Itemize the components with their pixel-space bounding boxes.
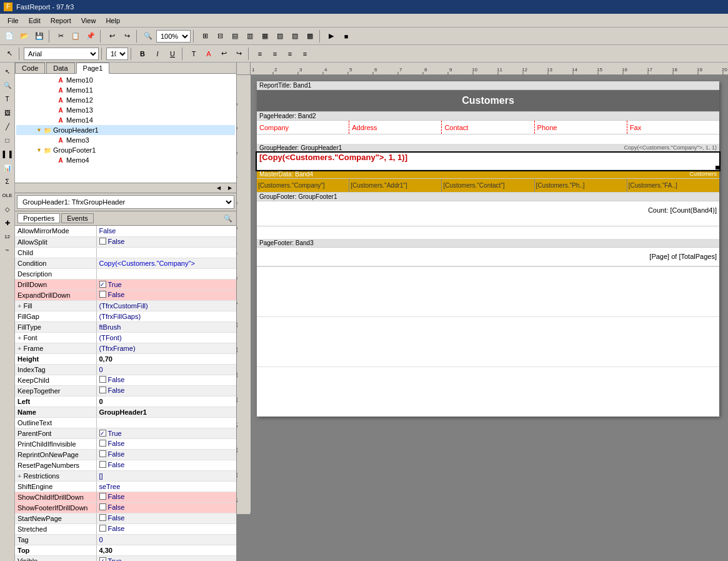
prop-value[interactable]: False xyxy=(96,502,236,513)
btn-redo2[interactable]: ↪ xyxy=(232,47,246,61)
btn-align3[interactable]: ▦ xyxy=(258,29,272,43)
tab-data[interactable]: Data xyxy=(46,63,74,73)
menu-file[interactable]: File xyxy=(2,16,24,26)
tree-item-memo13[interactable]: A Memo13 xyxy=(16,105,235,115)
prop-value[interactable]: False xyxy=(96,290,236,300)
btn-copy[interactable]: 📋 xyxy=(69,29,82,43)
btn-align2[interactable]: ▥ xyxy=(243,29,257,43)
prop-value[interactable]: False xyxy=(96,385,236,396)
font-size-combo[interactable]: 10 xyxy=(106,48,128,60)
btn-color[interactable]: A xyxy=(202,47,216,61)
tree-scroll-right[interactable]: ▶ xyxy=(225,184,235,193)
btn-grid2[interactable]: ⊟ xyxy=(213,29,227,43)
menu-help[interactable]: Help xyxy=(101,16,125,26)
btn-align1[interactable]: ▤ xyxy=(228,29,242,43)
menu-edit[interactable]: Edit xyxy=(24,16,46,26)
tree-item-memo14[interactable]: A Memo14 xyxy=(16,115,235,125)
zoom-combo[interactable]: 100% xyxy=(156,30,191,43)
btn-grid[interactable]: ⊞ xyxy=(198,29,212,43)
prop-value[interactable]: 0,70 xyxy=(96,353,236,364)
prop-value[interactable]: True xyxy=(96,555,236,561)
tool-shape[interactable]: ◇ xyxy=(1,203,14,215)
prop-value[interactable]: Copy(<Customers."Company"> xyxy=(96,258,236,268)
prop-value[interactable]: False xyxy=(96,492,236,502)
tool-text[interactable]: T xyxy=(1,93,14,105)
btn-align-j[interactable]: ≡ xyxy=(298,47,312,61)
btn-undo2[interactable]: ↩ xyxy=(217,47,231,61)
prop-value[interactable]: (TfrxCustomFill) xyxy=(96,300,236,311)
prop-checkbox[interactable]: False xyxy=(99,440,125,447)
prop-value[interactable]: GroupHeader1 xyxy=(96,407,236,417)
prop-checkbox[interactable]: False xyxy=(99,461,125,468)
btn-new[interactable]: 📄 xyxy=(2,29,16,43)
tool-frame[interactable]: □ xyxy=(1,134,14,146)
btn-cut[interactable]: ✂ xyxy=(54,29,67,43)
prop-checkbox[interactable]: False xyxy=(99,450,125,458)
band-reporttitle-content[interactable]: Customers xyxy=(257,90,719,112)
prop-value[interactable]: False xyxy=(96,438,236,449)
prop-value[interactable] xyxy=(96,247,236,258)
prop-checkbox[interactable]: True xyxy=(99,557,122,561)
tree-item-memo4[interactable]: A Memo4 xyxy=(16,155,235,165)
prop-value[interactable]: False xyxy=(96,449,236,460)
prop-checkbox[interactable]: False xyxy=(99,514,125,522)
canvas-area[interactable]: 1 2 3 4 5 6 7 8 9 10 11 12 13 14 xyxy=(237,63,728,561)
prop-value[interactable]: False xyxy=(96,513,236,523)
tool-select[interactable]: ↖ xyxy=(1,65,14,78)
tree-item-groupheader1[interactable]: ▼ 📁 GroupHeader1 xyxy=(16,125,235,135)
menu-view[interactable]: View xyxy=(76,16,101,26)
band-groupheader-content[interactable]: [Copy(<Customers."Company">, 1, 1)] xyxy=(257,153,719,170)
btn-undo[interactable]: ↩ xyxy=(105,29,119,43)
btn-open[interactable]: 📂 xyxy=(17,29,31,43)
tool-ole[interactable]: OLE xyxy=(1,189,14,201)
prop-checkbox[interactable]: False xyxy=(99,238,125,245)
prop-value[interactable]: 0 xyxy=(96,396,236,407)
selection-handle[interactable] xyxy=(716,166,719,169)
btn-stop[interactable]: ■ xyxy=(339,29,353,43)
prop-value[interactable]: (TfrxFrame) xyxy=(96,343,236,353)
prop-value[interactable]: [] xyxy=(96,470,236,481)
prop-value[interactable]: ftBrush xyxy=(96,321,236,332)
report-surface[interactable]: ReportTitle: Band1 Customers PageHeader:… xyxy=(251,75,728,514)
btn-align5[interactable]: ▨ xyxy=(288,29,302,43)
tree-scroll-left[interactable]: ◀ xyxy=(214,184,224,193)
tool-barcode[interactable]: ▌▐ xyxy=(1,148,14,160)
prop-checkbox[interactable]: False xyxy=(99,291,125,298)
btn-align6[interactable]: ▩ xyxy=(303,29,317,43)
tree-item-memo11[interactable]: A Memo11 xyxy=(16,85,235,95)
btn-underline[interactable]: U xyxy=(166,47,179,61)
prop-checkbox[interactable]: True xyxy=(99,430,122,437)
prop-value[interactable]: False xyxy=(96,226,236,236)
prop-value[interactable]: 0 xyxy=(96,364,236,375)
band-groupfooter-content[interactable]: Count: [Count(Band4)] xyxy=(257,201,719,226)
prop-value[interactable]: True xyxy=(96,279,236,290)
prop-checkbox[interactable]: True xyxy=(99,281,122,288)
btn-italic[interactable]: I xyxy=(151,47,164,61)
prop-value[interactable]: False xyxy=(96,523,236,534)
prop-value[interactable] xyxy=(96,268,236,279)
btn-bold[interactable]: B xyxy=(136,47,149,61)
prop-value[interactable]: 4,30 xyxy=(96,545,236,555)
prop-value[interactable]: True xyxy=(96,428,236,438)
btn-redo[interactable]: ↪ xyxy=(120,29,134,43)
btn-align4[interactable]: ▧ xyxy=(273,29,287,43)
tab-events[interactable]: Events xyxy=(61,213,94,223)
prop-checkbox[interactable]: False xyxy=(99,387,125,394)
prop-value[interactable]: False xyxy=(96,375,236,385)
tool-cross[interactable]: ✚ xyxy=(1,216,14,229)
band-masterdata-content[interactable]: [Customers."Company"] [Customers."Addr1"… xyxy=(257,179,719,193)
menu-report[interactable]: Report xyxy=(46,16,76,26)
tool-line[interactable]: ╱ xyxy=(1,120,14,133)
tool-sum[interactable]: Σ xyxy=(1,175,14,188)
component-selector[interactable]: GroupHeader1: TfrxGroupHeader xyxy=(17,195,234,209)
tab-code[interactable]: Code xyxy=(15,63,45,73)
font-name-combo[interactable]: Arial xyxy=(24,48,99,60)
tool-wave[interactable]: ~ xyxy=(1,244,14,256)
tab-page1[interactable]: Page1 xyxy=(76,63,110,74)
prop-checkbox[interactable]: False xyxy=(99,525,125,532)
tool-chart[interactable]: 📊 xyxy=(1,161,14,174)
prop-value[interactable]: (TfrxFillGaps) xyxy=(96,311,236,321)
btn-preview[interactable]: ▶ xyxy=(324,29,338,43)
prop-value[interactable] xyxy=(96,417,236,428)
btn-align-c[interactable]: ≡ xyxy=(268,47,282,61)
